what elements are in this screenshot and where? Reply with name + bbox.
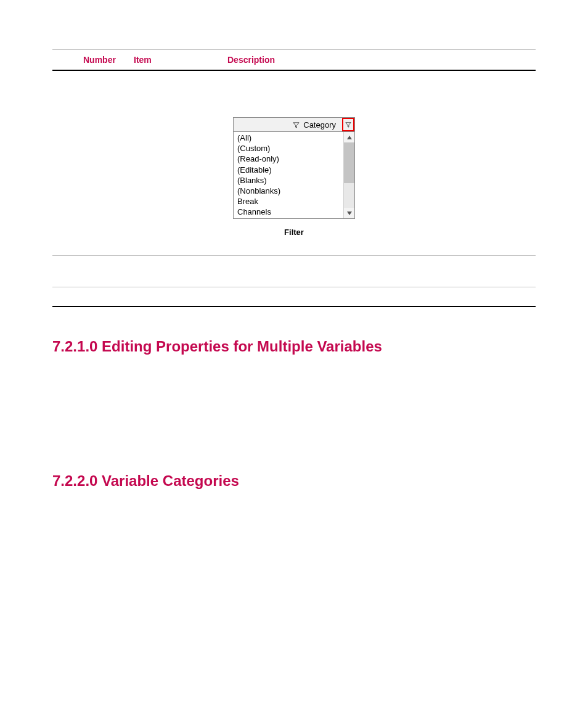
- dropdown-option[interactable]: Break: [237, 196, 343, 207]
- scroll-down-button[interactable]: [344, 208, 354, 218]
- funnel-icon: [293, 121, 300, 128]
- section-heading: 7.2.2.0 Variable Categories: [52, 472, 536, 490]
- dropdown-header: Category: [234, 118, 354, 132]
- scroll-up-button[interactable]: [344, 132, 354, 142]
- dropdown-option[interactable]: (Editable): [237, 165, 343, 175]
- scroll-track[interactable]: [344, 183, 354, 208]
- funnel-icon: [345, 121, 351, 128]
- scroll-thumb[interactable]: [344, 142, 354, 183]
- dropdown-option[interactable]: (Blanks): [237, 175, 343, 186]
- filter-button[interactable]: [342, 118, 354, 131]
- filter-dropdown: Category (All) (Custom) (Read-only) (Edi…: [233, 117, 355, 219]
- dropdown-header-label: Category: [302, 120, 338, 129]
- dropdown-options-list: (All) (Custom) (Read-only) (Editable) (B…: [234, 132, 343, 218]
- filter-figure: Category (All) (Custom) (Read-only) (Edi…: [52, 117, 536, 237]
- dropdown-option[interactable]: (Read-only): [237, 154, 343, 164]
- dropdown-option[interactable]: Channels: [237, 207, 343, 217]
- dropdown-option[interactable]: (Nonblanks): [237, 186, 343, 196]
- dropdown-option[interactable]: (Custom): [237, 143, 343, 154]
- scrollbar[interactable]: [343, 132, 354, 218]
- section-heading: 7.2.1.0 Editing Properties for Multiple …: [52, 338, 536, 355]
- column-header-number: Number: [83, 55, 126, 65]
- dropdown-option[interactable]: (All): [237, 133, 343, 143]
- table-header-rule: [52, 70, 536, 71]
- dropdown-header-left: Category: [234, 118, 342, 131]
- column-header-item: Item: [134, 55, 220, 65]
- figure-caption: Filter: [284, 228, 304, 237]
- column-header-description: Description: [227, 55, 534, 65]
- table-header-row: Number Item Description: [52, 50, 536, 70]
